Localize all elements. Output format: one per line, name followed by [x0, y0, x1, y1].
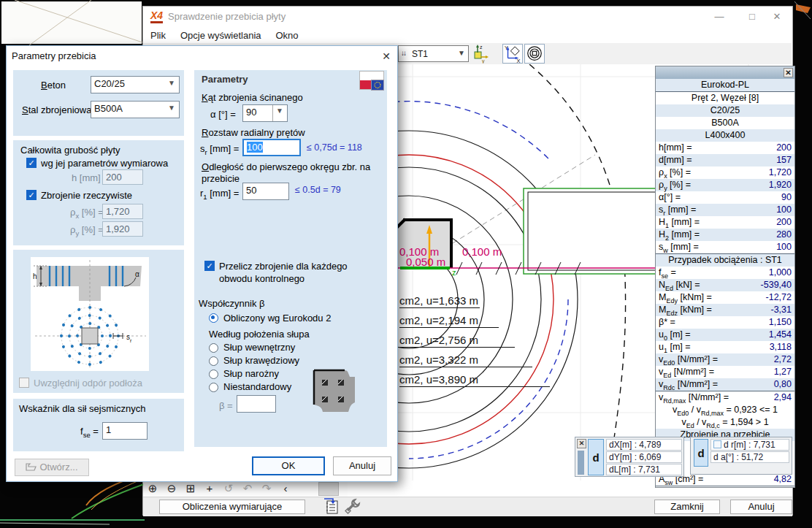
subgrade-reaction-label: Uwzględnij odpór podłoża: [34, 378, 142, 389]
beta-factor-title: Współczynnik β: [199, 298, 265, 309]
radio-label: Słup wewnętrzny: [223, 342, 295, 353]
view-redo-icon: ↷: [257, 481, 276, 496]
r1-limit-hint: ≤ 0.5d = 79: [295, 185, 341, 195]
dialog-title: Parametry przebicia: [12, 50, 96, 61]
coordinate-system-icon[interactable]: z y: [472, 44, 489, 64]
eurocode-radio[interactable]: [209, 313, 218, 323]
app-logo: X4: [150, 10, 163, 23]
svg-text:Y: Y: [505, 45, 508, 51]
actual-reinforcement-label: Zbrojenie rzeczywiste: [41, 190, 132, 201]
report-icon[interactable]: [323, 498, 342, 514]
recalc-checkbox[interactable]: ✓: [204, 261, 215, 271]
fse-input[interactable]: 1: [102, 422, 148, 440]
perimeter-label: cm2, u=2,194 m: [399, 314, 499, 328]
ok-button[interactable]: OK: [252, 456, 325, 475]
shear-angle-label: Kąt zbrojenia ścinanego: [202, 92, 303, 103]
chevron-down-icon[interactable]: ▼: [168, 104, 175, 112]
actual-reinforcement-checkbox[interactable]: ✓: [26, 190, 37, 200]
rho-x-input: 1,720: [102, 204, 143, 219]
results-row: MEdy [kNm] =-12,72: [656, 291, 794, 304]
coords-box-polar: d d r[m] : 7,731d a[°] : 51,72: [690, 437, 792, 475]
close-icon[interactable]: ✕: [577, 439, 586, 448]
column-position-radio[interactable]: [209, 356, 218, 366]
results-row: vEd0 / vRd,max = 0,923 <= 1: [656, 404, 794, 416]
coordinate-readout: dX[m] : 4,789: [606, 439, 682, 451]
chevron-down-icon[interactable]: ▼: [168, 79, 175, 87]
z-axis-label: z: [452, 268, 456, 277]
view-toolbar: ⊕⊖⊞+↺↶↷‹: [143, 481, 348, 497]
radio-label: Słup krawędziowy: [223, 355, 299, 366]
perimeter-label: cm2, u=2,756 m: [399, 334, 515, 348]
beta-label: β =: [219, 400, 233, 411]
alpha-select[interactable]: 90 ▼: [242, 104, 288, 122]
column-position-radio[interactable]: [209, 370, 218, 379]
dimensioning-calculations-button[interactable]: Obliczenia wymiarujące: [159, 500, 305, 514]
chevron-down-icon[interactable]: ▼: [272, 105, 283, 121]
menu-bar: PlikOpcje wyświetlaniaOkno: [143, 28, 792, 44]
results-row: α[°] =90: [656, 191, 794, 204]
reinforcement-diagram: α h sr: [31, 257, 149, 371]
axes-xy-icon[interactable]: Y X: [502, 44, 523, 64]
column-position-radio[interactable]: [209, 343, 218, 353]
close-dialog-button[interactable]: ✕: [377, 48, 396, 64]
subgrade-reaction-checkbox: [19, 378, 29, 388]
zoom-fit-icon[interactable]: ⊞: [181, 481, 200, 496]
by-dimensioning-checkbox[interactable]: ✓: [26, 158, 37, 168]
steel-label: Stal zbrojeniowa: [22, 104, 91, 115]
load-case-value: ST1: [412, 49, 428, 59]
svg-text:z: z: [480, 45, 483, 50]
results-row: C20/25: [656, 104, 794, 117]
marker-icon: [713, 440, 721, 448]
folder-icon: [26, 463, 37, 471]
close-button[interactable]: Zamknij: [654, 500, 720, 514]
results-row: vEd / vRd,c = 1,594 > 1: [656, 416, 794, 429]
results-row: NEd [kN] =-539,40: [656, 279, 794, 291]
results-row: vRd,max [N/mm²] =2,94: [656, 391, 794, 404]
results-row: Pręt 2, Węzeł [8]: [656, 92, 794, 104]
chevron-down-icon[interactable]: ▼: [458, 49, 465, 57]
slab-thickness-title: Całkowita grubość płyty: [20, 145, 120, 156]
perimeter-label: cm2, u=3,322 m: [399, 353, 532, 367]
collapse-toolbar-icon[interactable]: ‹: [276, 481, 295, 496]
wrench-icon[interactable]: [345, 497, 362, 515]
radio-label: Niestandardowy: [223, 381, 291, 392]
cancel-button[interactable]: Anuluj: [333, 456, 391, 475]
background-cad-topleft: [0, 0, 142, 45]
coordinate-readout: d a[°] : 51,72: [710, 451, 789, 463]
sr-input[interactable]: 100: [242, 139, 301, 156]
results-row: fse =1,000: [656, 267, 794, 279]
concrete-select[interactable]: C20/25▼: [91, 76, 180, 93]
perimeters-icon[interactable]: [524, 44, 545, 64]
sr-label: sr [mm] =: [200, 143, 239, 156]
load-case-combobox[interactable]: ↓↓ ST1 ▼: [398, 45, 469, 62]
menu-item[interactable]: Plik: [143, 28, 173, 43]
r1-label: r1 [mm] =: [200, 188, 239, 201]
results-row: u1 [m] =3,118: [656, 341, 794, 353]
close-window-button[interactable]: ✕: [761, 7, 793, 26]
results-panel-titlebar[interactable]: ✕: [656, 66, 794, 79]
dimension-label: 0,050 m: [406, 256, 445, 268]
poland-eu-flag-icon: [359, 71, 384, 90]
r1-input[interactable]: 50: [242, 183, 289, 200]
pan-icon[interactable]: +: [200, 481, 219, 496]
cancel-button-bottom[interactable]: Anuluj: [730, 500, 792, 514]
zoom-out-icon[interactable]: ⊖: [162, 481, 181, 496]
by-dimensioning-label: wg jej parametrów wymiarowa: [41, 158, 184, 169]
column-position-radio[interactable]: [209, 383, 218, 392]
close-icon[interactable]: ✕: [784, 68, 793, 77]
perimeter-label: cm2, u=3,890 m: [399, 373, 550, 387]
delta-toggle-button[interactable]: d: [588, 439, 604, 475]
seismic-title: Wskaźnik dla sił sejsmicznych: [19, 403, 145, 414]
h-input: 200: [102, 169, 143, 185]
delta-toggle-button[interactable]: d: [694, 439, 708, 467]
menu-item[interactable]: Okno: [269, 28, 306, 43]
column-position-label: Według położenia słupa: [209, 329, 310, 340]
eurocode-radio-label: Obliczony wg Eurokodu 2: [223, 313, 331, 324]
steel-select[interactable]: B500A▼: [91, 101, 180, 118]
background-cad-topright: [793, 0, 812, 29]
zoom-in-icon[interactable]: ⊕: [143, 481, 162, 496]
toolbar-grip[interactable]: [318, 482, 339, 496]
menu-item[interactable]: Opcje wyświetlania: [173, 28, 269, 43]
alpha-symbol: α: [135, 270, 139, 278]
minimize-button[interactable]: —: [703, 7, 735, 26]
